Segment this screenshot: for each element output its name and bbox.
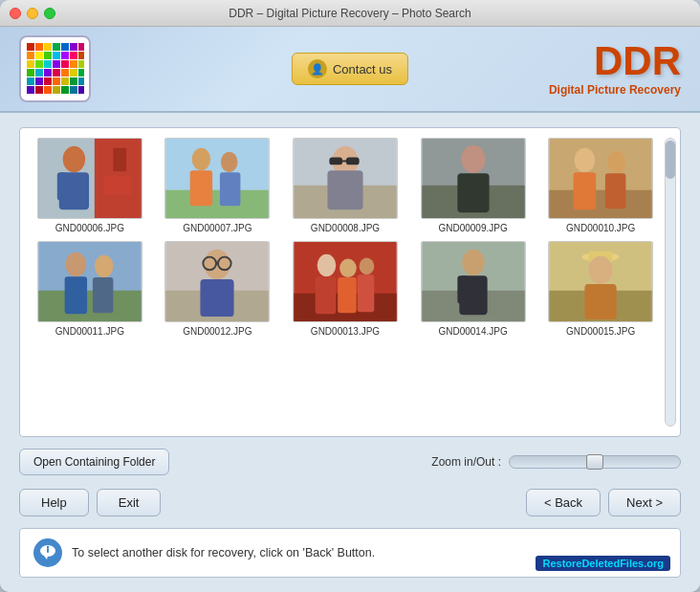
svg-point-45: [62, 146, 84, 172]
svg-rect-55: [220, 172, 240, 206]
svg-rect-23: [44, 69, 52, 77]
open-folder-button[interactable]: Open Containing Folder: [19, 449, 169, 475]
svg-rect-24: [53, 69, 60, 77]
photo-filename: GND00009.JPG: [438, 223, 507, 233]
minimize-button[interactable]: [27, 8, 38, 19]
list-item[interactable]: GND00008.JPG: [285, 138, 405, 233]
svg-rect-11: [61, 52, 69, 59]
svg-rect-28: [27, 77, 34, 85]
svg-rect-25: [61, 69, 69, 77]
zoom-thumb[interactable]: [586, 454, 603, 470]
svg-rect-48: [113, 148, 126, 171]
svg-rect-27: [78, 69, 84, 77]
next-button[interactable]: Next >: [608, 489, 681, 516]
list-item[interactable]: GND00007.JPG: [158, 138, 278, 233]
svg-rect-59: [329, 158, 342, 165]
svg-rect-91: [338, 277, 357, 313]
photo-thumbnail: [421, 138, 526, 219]
svg-rect-8: [35, 52, 43, 59]
photo-thumbnail: [37, 138, 142, 219]
svg-rect-98: [457, 275, 469, 303]
photo-thumbnail: [293, 241, 398, 322]
svg-rect-7: [27, 52, 34, 59]
list-item[interactable]: GND00006.JPG: [30, 138, 150, 233]
contact-button[interactable]: 👤 Contact us: [292, 53, 408, 85]
svg-point-96: [462, 250, 484, 275]
svg-rect-35: [27, 86, 34, 94]
window-title: DDR – Digital Picture Recovery – Photo S…: [229, 7, 470, 20]
svg-rect-0: [27, 43, 34, 51]
contact-icon: 👤: [308, 59, 327, 78]
svg-rect-17: [53, 60, 60, 68]
zoom-slider[interactable]: [509, 455, 681, 469]
svg-rect-21: [27, 69, 34, 77]
close-button[interactable]: [10, 8, 21, 19]
svg-point-52: [192, 148, 211, 170]
svg-rect-13: [78, 52, 84, 59]
svg-rect-15: [35, 60, 43, 68]
photo-thumbnail: [293, 138, 398, 219]
svg-rect-40: [70, 86, 77, 94]
brand-area: DDR Digital Picture Recovery: [549, 41, 681, 97]
photo-grid: GND00006.JPG: [30, 138, 670, 337]
svg-rect-104: [585, 284, 617, 319]
svg-rect-85: [201, 279, 234, 317]
scrollbar-track[interactable]: [665, 138, 676, 427]
list-item[interactable]: GND00013.JPG: [285, 241, 405, 337]
svg-rect-26: [70, 69, 77, 77]
svg-point-90: [339, 259, 357, 278]
svg-rect-68: [549, 190, 651, 218]
svg-point-92: [360, 258, 375, 275]
svg-rect-10: [53, 52, 60, 59]
svg-rect-29: [35, 77, 43, 85]
svg-rect-41: [78, 86, 84, 94]
brand-title: DDR: [549, 41, 681, 81]
brand-subtitle: Digital Picture Recovery: [549, 83, 681, 97]
photo-thumbnail: [37, 241, 142, 322]
exit-button[interactable]: Exit: [97, 489, 162, 516]
svg-rect-37: [44, 86, 52, 94]
svg-rect-5: [70, 43, 77, 51]
svg-rect-4: [61, 43, 69, 51]
svg-rect-9: [44, 52, 52, 59]
list-item[interactable]: GND00011.JPG: [30, 241, 150, 337]
contact-label: Contact us: [333, 62, 392, 77]
svg-rect-19: [70, 60, 77, 68]
scrollbar-thumb[interactable]: [666, 141, 675, 179]
list-item[interactable]: GND00009.JPG: [413, 138, 534, 233]
photo-filename: GND00014.JPG: [438, 326, 507, 337]
traffic-lights: [10, 8, 55, 19]
svg-rect-70: [574, 172, 596, 209]
svg-point-88: [317, 254, 337, 276]
svg-rect-61: [342, 160, 348, 162]
svg-rect-14: [27, 60, 34, 68]
back-button[interactable]: < Back: [526, 489, 601, 516]
list-item[interactable]: GND00014.JPG: [413, 241, 534, 337]
svg-rect-3: [53, 43, 60, 51]
controls-row: Open Containing Folder Zoom in/Out :: [19, 447, 681, 477]
help-button[interactable]: Help: [19, 489, 89, 516]
photo-thumbnail: [164, 241, 270, 322]
list-item[interactable]: GND00015.JPG: [540, 241, 661, 337]
svg-rect-12: [70, 52, 77, 59]
photo-panel: GND00006.JPG: [19, 127, 681, 437]
info-bar: To select another disk for recovery, cli…: [19, 528, 681, 578]
photo-thumbnail: [421, 241, 526, 322]
photo-filename: GND00007.JPG: [183, 223, 252, 233]
maximize-button[interactable]: [44, 8, 55, 19]
svg-point-71: [607, 151, 626, 173]
svg-rect-18: [61, 60, 69, 68]
svg-rect-89: [316, 276, 336, 314]
svg-rect-34: [78, 77, 84, 85]
logo-icon: [27, 43, 84, 96]
info-message: To select another disk for recovery, cli…: [72, 546, 375, 559]
list-item[interactable]: GND00012.JPG: [158, 241, 278, 337]
photo-filename: GND00008.JPG: [311, 223, 380, 233]
photo-filename: GND00013.JPG: [311, 326, 380, 337]
photo-filename: GND00012.JPG: [183, 326, 252, 337]
svg-rect-32: [61, 77, 69, 85]
list-item[interactable]: GND00010.JPG: [540, 138, 661, 233]
svg-point-65: [461, 145, 485, 173]
svg-rect-66: [457, 173, 489, 212]
svg-rect-33: [70, 77, 77, 85]
